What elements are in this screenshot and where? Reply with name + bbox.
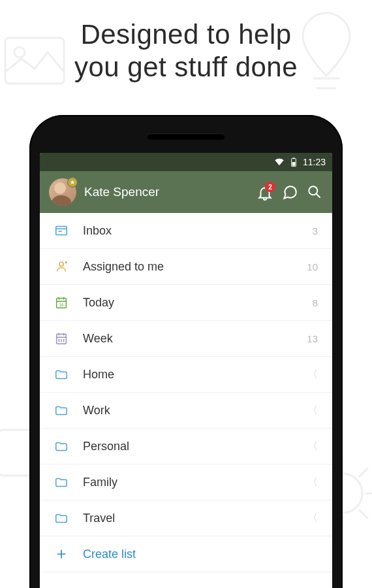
item-label: Family [83, 476, 307, 489]
create-list-label: Create list [83, 547, 318, 561]
status-time: 11:23 [303, 157, 326, 167]
chevron-left-icon: 〈 [307, 368, 318, 382]
avatar-button[interactable]: ★ [49, 178, 76, 206]
list-item-family[interactable]: Family〈 [40, 465, 332, 500]
item-label: Week [83, 332, 307, 346]
list-item-today[interactable]: 16Today8 [40, 285, 332, 321]
notifications-button[interactable]: 2 [256, 184, 273, 201]
user-name-label: Kate Spencer [84, 185, 249, 199]
marketing-headline: Designed to helpyou get stuff done [0, 0, 372, 83]
chevron-left-icon: 〈 [307, 440, 318, 453]
svg-rect-8 [56, 227, 67, 235]
star-badge-icon: ★ [67, 177, 78, 188]
item-count: 3 [313, 225, 318, 237]
navigation-list: Inbox3Assigned to me1016Today8Week13Home… [40, 213, 332, 588]
search-button[interactable] [306, 184, 323, 201]
notification-count-badge: 2 [265, 182, 275, 192]
today-icon: 16 [54, 295, 69, 310]
chevron-left-icon: 〈 [307, 404, 318, 417]
search-icon [306, 184, 323, 201]
plus-icon [54, 547, 69, 561]
item-label: Assigned to me [83, 260, 307, 274]
wifi-icon [274, 157, 285, 167]
inbox-icon [54, 223, 69, 238]
create-list-button[interactable]: Create list [40, 536, 332, 572]
list-item-work[interactable]: Work〈 [40, 393, 332, 429]
item-label: Travel [83, 512, 307, 525]
phone-screen: 11:23 ★ Kate Spencer 2 Inbox3Assigned to… [40, 153, 332, 588]
item-label: Personal [83, 440, 307, 453]
phone-speaker [147, 133, 225, 140]
list-item-week[interactable]: Week13 [40, 321, 332, 357]
item-label: Work [83, 404, 307, 417]
folder-icon [54, 439, 69, 453]
chevron-left-icon: 〈 [307, 512, 318, 525]
svg-rect-6 [293, 157, 295, 158]
list-item-travel[interactable]: Travel〈 [40, 500, 332, 536]
list-item-personal[interactable]: Personal〈 [40, 429, 332, 465]
assigned-icon [54, 259, 69, 274]
folder-icon [54, 511, 69, 525]
folder-icon [54, 367, 69, 382]
item-count: 10 [307, 261, 318, 272]
folder-icon [54, 475, 69, 489]
app-toolbar: ★ Kate Spencer 2 [40, 171, 332, 213]
chat-button[interactable] [281, 184, 298, 201]
item-label: Inbox [83, 224, 313, 238]
item-label: Today [83, 296, 313, 310]
android-statusbar: 11:23 [40, 153, 332, 171]
item-count: 8 [313, 297, 318, 308]
list-item-home[interactable]: Home〈 [40, 357, 332, 393]
folder-icon [54, 403, 69, 417]
svg-point-7 [309, 186, 317, 195]
week-icon [54, 331, 69, 346]
svg-text:16: 16 [59, 302, 64, 307]
item-label: Home [83, 368, 307, 382]
item-count: 13 [307, 333, 318, 344]
phone-frame: 11:23 ★ Kate Spencer 2 Inbox3Assigned to… [29, 115, 343, 588]
list-item-inbox[interactable]: Inbox3 [40, 213, 332, 249]
battery-icon [288, 157, 299, 167]
svg-rect-5 [292, 162, 296, 166]
chat-icon [281, 184, 298, 201]
svg-point-9 [59, 262, 63, 266]
chevron-left-icon: 〈 [307, 476, 318, 489]
list-item-assigned-to-me[interactable]: Assigned to me10 [40, 249, 332, 285]
